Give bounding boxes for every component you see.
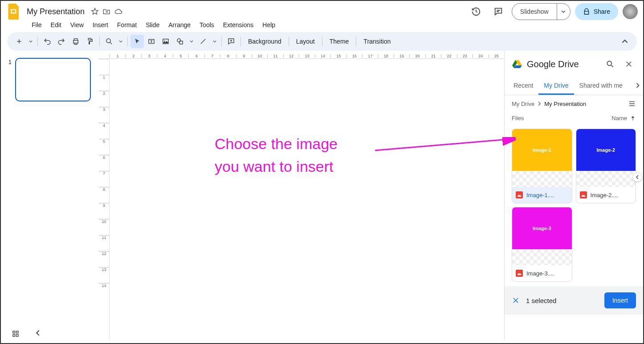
collapse-toolbar-button[interactable] (618, 35, 632, 48)
lock-icon (583, 8, 590, 15)
shape-tool[interactable] (173, 35, 187, 48)
file-checker (576, 171, 636, 187)
slide-thumbnail-1[interactable] (15, 58, 91, 101)
transition-button[interactable]: Transition (359, 38, 395, 45)
move-folder-icon[interactable] (102, 8, 110, 16)
grid-view-icon[interactable] (12, 330, 20, 338)
print-button[interactable] (69, 35, 82, 48)
file-thumb: Image-2 (576, 129, 636, 171)
document-title[interactable]: My Presentation (24, 6, 87, 17)
image-file-icon (516, 191, 523, 198)
paint-format-button[interactable] (83, 35, 97, 48)
slideshow-button-group: Slideshow (512, 3, 571, 20)
svg-line-8 (375, 139, 513, 150)
file-thumb: Image-1 (512, 129, 572, 171)
file-thumb: Image-3 (512, 207, 572, 249)
menu-format[interactable]: Format (113, 20, 141, 30)
theme-button[interactable]: Theme (325, 38, 354, 45)
svg-rect-10 (13, 331, 15, 333)
menu-arrange[interactable]: Arrange (164, 20, 195, 30)
file-checker (512, 171, 572, 187)
bottom-left-controls (12, 330, 41, 338)
file-checker (512, 249, 572, 265)
side-panel-handle[interactable] (632, 172, 642, 182)
select-tool[interactable] (130, 35, 144, 48)
slideshow-button[interactable]: Slideshow (512, 4, 557, 20)
shape-dropdown[interactable] (187, 35, 196, 48)
view-list-icon[interactable] (628, 100, 636, 108)
panel-title: Google Drive (527, 59, 599, 69)
svg-point-9 (607, 61, 611, 65)
svg-point-5 (164, 40, 165, 41)
vertical-ruler: 1234567891011121314 (99, 59, 110, 340)
file-card[interactable]: Image-2Image-2.... (576, 129, 636, 203)
menu-help[interactable]: Help (258, 20, 279, 30)
files-grid: Image-1Image-1....Image-2Image-2....Imag… (505, 124, 643, 286)
tab-my-drive[interactable]: My Drive (538, 77, 574, 95)
breadcrumb-root[interactable]: My Drive (512, 101, 534, 107)
deselect-icon[interactable] (512, 296, 520, 304)
sort-arrow-icon[interactable] (630, 115, 636, 121)
breadcrumb: My Drive My Presentation (505, 95, 643, 112)
background-button[interactable]: Background (244, 38, 286, 45)
new-slide-button[interactable] (12, 35, 26, 48)
file-name: Image-3.... (526, 270, 554, 277)
history-icon[interactable] (467, 3, 485, 20)
drive-logo-icon (512, 59, 522, 69)
menu-edit[interactable]: Edit (47, 20, 65, 30)
file-card[interactable]: Image-3Image-3.... (512, 207, 572, 282)
slideshow-dropdown[interactable] (557, 4, 570, 20)
selection-count: 1 selected (526, 297, 598, 304)
collapse-filmstrip-icon[interactable] (35, 330, 41, 338)
svg-rect-11 (16, 331, 19, 333)
tab-shared-with-me[interactable]: Shared with me (574, 77, 628, 95)
menu-tools[interactable]: Tools (196, 20, 218, 30)
zoom-dropdown[interactable] (117, 35, 125, 48)
slides-logo-icon[interactable] (6, 4, 22, 20)
panel-tabs: RecentMy DriveShared with me (505, 77, 643, 95)
drive-side-panel: Google Drive RecentMy DriveShared with m… (504, 51, 643, 340)
menu-slide[interactable]: Slide (142, 20, 163, 30)
menu-insert[interactable]: Insert (89, 20, 112, 30)
search-icon[interactable] (603, 57, 617, 71)
slide-canvas[interactable] (112, 61, 501, 338)
layout-button[interactable]: Layout (292, 38, 319, 45)
svg-rect-1 (12, 10, 15, 13)
menu-view[interactable]: View (66, 20, 88, 30)
file-name: Image-2.... (591, 192, 618, 198)
filmstrip: 1 (1, 51, 99, 340)
comments-icon[interactable] (489, 3, 507, 20)
tabs-scroll-right-icon[interactable] (632, 80, 643, 91)
tab-recent[interactable]: Recent (508, 77, 538, 95)
file-meta: Image-1.... (512, 187, 572, 203)
svg-point-6 (177, 39, 181, 42)
panel-footer: 1 selected Insert (505, 286, 643, 315)
menu-extensions[interactable]: Extensions (219, 20, 257, 30)
insert-button[interactable]: Insert (604, 292, 636, 308)
redo-button[interactable] (55, 35, 68, 48)
menu-file[interactable]: File (28, 20, 46, 30)
svg-rect-12 (13, 335, 15, 337)
comment-add-button[interactable] (224, 35, 238, 48)
slide-number: 1 (5, 58, 12, 333)
image-file-icon (516, 270, 523, 277)
image-file-icon (580, 191, 587, 198)
zoom-button[interactable] (102, 35, 116, 48)
menu-bar: FileEditViewInsertFormatSlideArrangeTool… (1, 20, 643, 32)
cloud-status-icon[interactable] (114, 8, 123, 16)
canvas-area: 1234567891011121314151617181920212223242… (99, 51, 504, 340)
file-card[interactable]: Image-1Image-1.... (512, 129, 572, 203)
star-icon[interactable] (91, 8, 99, 16)
share-button[interactable]: Share (575, 3, 618, 20)
undo-button[interactable] (41, 35, 54, 48)
files-label: Files (512, 115, 524, 121)
sort-label[interactable]: Name (611, 115, 627, 121)
new-slide-dropdown[interactable] (27, 35, 35, 48)
close-panel-icon[interactable] (622, 57, 636, 71)
chevron-right-icon (537, 101, 542, 106)
line-tool[interactable] (196, 35, 210, 48)
image-tool[interactable] (159, 35, 172, 48)
textbox-tool[interactable] (145, 35, 158, 48)
line-dropdown[interactable] (211, 35, 219, 48)
account-avatar[interactable] (623, 4, 638, 19)
